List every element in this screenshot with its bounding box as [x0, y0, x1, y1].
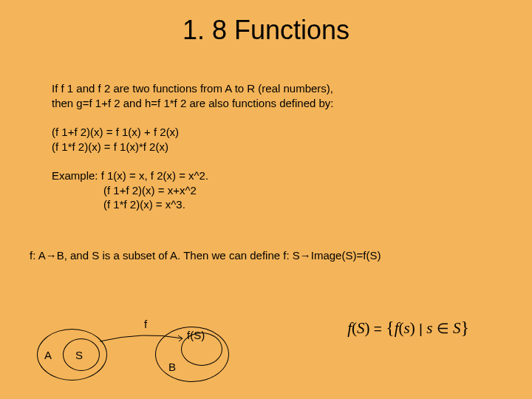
example-line-2: (f 1+f 2)(x) = x+x^2: [52, 183, 502, 198]
def-sum: (f 1+f 2)(x) = f 1(x) + f 2(x): [52, 125, 502, 140]
label-b: B: [168, 361, 176, 373]
intro-line-2: then g=f 1+f 2 and h=f 1*f 2 are also fu…: [52, 96, 502, 111]
def-product: (f 1*f 2)(x) = f 1(x)*f 2(x): [52, 140, 502, 154]
definitions-block: (f 1+f 2)(x) = f 1(x) + f 2(x) (f 1*f 2)…: [52, 125, 502, 154]
example-line-1: Example: f 1(x) = x, f 2(x) = x^2.: [52, 168, 502, 183]
label-s: S: [75, 349, 83, 361]
label-a: A: [44, 349, 52, 361]
example-line-3: (f 1*f 2)(x) = x^3.: [52, 197, 502, 212]
formula-s2: s: [426, 319, 432, 337]
example-block: Example: f 1(x) = x, f 2(x) = x^2. (f 1+…: [52, 168, 502, 212]
label-fs: f(S): [187, 329, 205, 341]
content-block: If f 1 and f 2 are two functions from A …: [0, 81, 532, 212]
formula-S1: S: [357, 319, 365, 337]
intro-paragraph: If f 1 and f 2 are two functions from A …: [52, 81, 502, 110]
label-f: f: [144, 318, 147, 330]
image-definition-text: f: A→B, and S is a subset of A. Then we …: [0, 249, 532, 262]
intro-line-1: If f 1 and f 2 are two functions from A …: [52, 81, 502, 96]
diagram-row: A S f B f(S) f(S) = {f(s) | s ∈ S}: [37, 318, 510, 384]
formula-s1: s: [404, 319, 410, 337]
formula-S2: S: [453, 319, 461, 337]
set-formula: f(S) = {f(s) | s ∈ S}: [347, 318, 469, 338]
slide-title: 1. 8 Functions: [0, 15, 532, 46]
